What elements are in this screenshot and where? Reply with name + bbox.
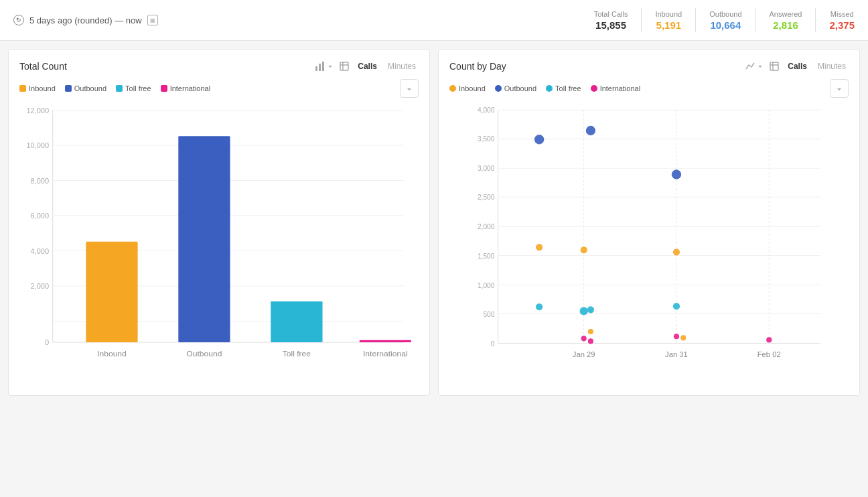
legend-outbound: Outbound (65, 84, 106, 92)
main-content: Total Count Calls Minutes Inbound (0, 41, 868, 404)
legend2-tollfree-label: Toll free (555, 84, 581, 92)
total-count-controls: Calls Minutes (315, 60, 419, 72)
svg-text:International: International (363, 349, 408, 358)
svg-text:3,000: 3,000 (478, 165, 495, 172)
svg-rect-0 (315, 66, 317, 71)
svg-text:0: 0 (45, 338, 49, 346)
time-range-text: 5 days ago (rounded) — now (29, 15, 142, 25)
total-count-calls-tab[interactable]: Calls (355, 60, 380, 72)
count-by-day-card: Count by Day Calls Minutes Inbound (438, 49, 860, 396)
answered-value: 2,816 (770, 19, 802, 31)
calendar-icon[interactable]: ▦ (147, 15, 158, 25)
legend2-international-dot (591, 85, 597, 92)
legend2-inbound-dot (449, 85, 456, 92)
svg-text:4,000: 4,000 (31, 247, 50, 255)
total-count-minutes-tab[interactable]: Minutes (385, 60, 419, 72)
count-by-day-calls-tab[interactable]: Calls (785, 60, 810, 72)
svg-text:2,500: 2,500 (478, 194, 495, 201)
svg-text:Jan 29: Jan 29 (573, 350, 595, 358)
outbound-value: 10,664 (709, 19, 741, 31)
svg-text:6,000: 6,000 (31, 212, 50, 220)
total-calls-value: 15,855 (594, 19, 628, 31)
svg-point-57 (586, 126, 595, 135)
answered-stat: Answered 2,816 (770, 10, 802, 31)
missed-label: Missed (829, 10, 855, 18)
legend2-international: International (591, 84, 641, 92)
missed-value: 2,375 (829, 19, 855, 31)
legend2-inbound-label: Inbound (459, 84, 486, 92)
legend-outbound-dot (65, 85, 72, 92)
svg-text:Inbound: Inbound (97, 349, 127, 358)
stat-divider-2 (695, 8, 696, 32)
stat-divider-1 (641, 8, 642, 32)
legend2-outbound-dot (495, 85, 502, 92)
svg-text:0: 0 (491, 340, 495, 348)
inbound-value: 5,191 (655, 19, 682, 31)
svg-point-63 (588, 338, 593, 344)
svg-point-59 (580, 307, 588, 315)
svg-text:Toll free: Toll free (283, 349, 311, 358)
count-by-day-scatter-chart: 4,000 3,500 3,000 2,500 2,000 1,500 1,00… (449, 103, 849, 384)
count-by-day-header: Count by Day Calls Minutes (449, 60, 849, 72)
count-by-day-minutes-tab[interactable]: Minutes (815, 60, 849, 72)
stats-area: Total Calls 15,855 Inbound 5,191 Outboun… (594, 8, 855, 32)
svg-text:Jan 31: Jan 31 (665, 350, 688, 358)
total-calls-stat: Total Calls 15,855 (594, 10, 628, 31)
legend-tollfree-label: Toll free (125, 84, 151, 92)
legend-international: International (161, 84, 211, 92)
legend2-tollfree: Toll free (546, 84, 581, 92)
svg-point-69 (766, 337, 772, 342)
svg-point-60 (587, 306, 594, 313)
svg-point-56 (536, 303, 542, 310)
refresh-icon: ↻ (13, 15, 24, 25)
scatter-svg: 4,000 3,500 3,000 2,500 2,000 1,500 1,00… (449, 103, 849, 384)
total-calls-label: Total Calls (594, 10, 628, 18)
outbound-label: Outbound (709, 10, 741, 18)
svg-rect-21 (178, 136, 230, 342)
svg-rect-1 (319, 64, 321, 71)
svg-text:Feb 02: Feb 02 (757, 350, 781, 358)
count-by-day-expand-btn[interactable] (769, 61, 780, 72)
svg-rect-22 (271, 301, 322, 342)
answered-label: Answered (770, 10, 802, 18)
legend2-tollfree-dot (546, 85, 553, 92)
expand-icon-btn[interactable] (339, 61, 350, 72)
inbound-stat: Inbound 5,191 (655, 10, 682, 31)
svg-point-67 (674, 334, 679, 339)
svg-text:8,000: 8,000 (31, 177, 50, 185)
svg-text:12,000: 12,000 (26, 106, 49, 115)
count-by-day-title: Count by Day (449, 61, 506, 72)
total-count-download-btn[interactable] (400, 79, 419, 98)
svg-rect-20 (86, 242, 137, 342)
svg-point-66 (673, 303, 680, 309)
legend-inbound-dot (19, 85, 26, 92)
svg-rect-2 (322, 62, 324, 71)
count-by-day-controls: Calls Minutes (745, 60, 849, 72)
legend2-outbound: Outbound (495, 84, 536, 92)
bar-chart-icon-btn[interactable] (315, 61, 334, 72)
total-count-header: Total Count Calls Minutes (19, 60, 419, 72)
svg-text:2,000: 2,000 (31, 282, 50, 290)
count-by-day-download-btn[interactable] (830, 79, 849, 98)
svg-point-68 (680, 335, 686, 340)
svg-point-61 (588, 329, 593, 334)
bar-chart-svg: 12,000 10,000 8,000 6,000 4,000 2,000 0 … (19, 103, 419, 384)
total-count-title: Total Count (19, 61, 67, 72)
svg-point-65 (673, 248, 680, 255)
total-count-bar-chart: 12,000 10,000 8,000 6,000 4,000 2,000 0 … (19, 103, 419, 384)
legend-international-label: International (170, 84, 211, 92)
legend-inbound-label: Inbound (29, 84, 56, 92)
svg-point-62 (581, 336, 587, 341)
legend-tollfree-dot (116, 85, 123, 92)
stat-divider-4 (815, 8, 816, 32)
svg-rect-3 (340, 62, 348, 70)
stat-divider-3 (755, 8, 756, 32)
svg-text:3,500: 3,500 (478, 135, 495, 143)
outbound-stat: Outbound 10,664 (709, 10, 741, 31)
svg-rect-23 (360, 340, 411, 342)
top-bar: ↻ 5 days ago (rounded) — now ▦ Total Cal… (0, 0, 868, 41)
legend2-international-label: International (600, 84, 641, 92)
scatter-chart-icon-btn[interactable] (745, 61, 764, 72)
legend2-inbound: Inbound (449, 84, 486, 92)
legend-tollfree: Toll free (116, 84, 151, 92)
